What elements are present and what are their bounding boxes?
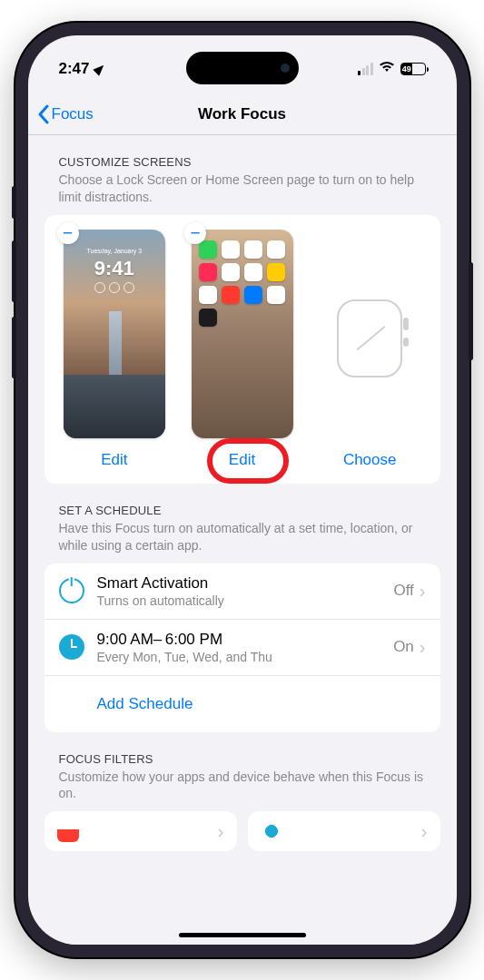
time-sub: Every Mon, Tue, Wed, and Thu	[97, 650, 394, 664]
chevron-right-icon: ›	[420, 581, 426, 602]
nav-bar: Focus Work Focus	[28, 93, 457, 135]
chevron-right-icon: ›	[218, 821, 224, 842]
volume-up-button	[12, 240, 16, 302]
time-value: On	[393, 638, 414, 656]
watch-preview	[324, 293, 415, 384]
filters-sub: Customize how your apps and device behav…	[59, 769, 426, 803]
back-button[interactable]: Focus	[37, 104, 94, 124]
lock-screen-item[interactable]: − Tuesday, January 3 9:41 Edit	[55, 230, 174, 469]
remove-lock-button[interactable]: −	[57, 222, 79, 244]
schedule-sub: Have this Focus turn on automatically at…	[59, 520, 426, 554]
filters-header: Focus Filters	[59, 752, 426, 766]
customize-sub: Choose a Lock Screen or Home Screen page…	[59, 172, 426, 206]
calendar-icon	[57, 820, 79, 842]
safari-icon	[261, 820, 282, 842]
silent-switch	[12, 186, 16, 219]
app-grid	[199, 240, 286, 327]
page-title: Work Focus	[198, 105, 286, 123]
smart-activation-row[interactable]: Smart Activation Turns on automatically …	[44, 564, 440, 620]
filter-card-calendar[interactable]: ›	[44, 811, 237, 851]
edit-home-button[interactable]: Edit	[229, 451, 255, 469]
screens-card: − Tuesday, January 3 9:41 Edit −	[44, 215, 440, 484]
smart-value: Off	[393, 582, 413, 600]
choose-watch-button[interactable]: Choose	[343, 451, 397, 469]
filters-row: › ›	[44, 811, 440, 851]
phone-frame: 2:47 49 Focus Work Focus Customize Scree…	[15, 23, 469, 957]
schedule-card: Smart Activation Turns on automatically …	[44, 564, 440, 732]
location-icon	[93, 62, 106, 75]
smart-sub: Turns on automatically	[97, 593, 394, 608]
chevron-right-icon: ›	[421, 821, 428, 842]
remove-home-button[interactable]: −	[184, 222, 206, 244]
smart-title: Smart Activation	[97, 574, 394, 593]
home-screen-item[interactable]: − Edit	[183, 230, 301, 469]
skyline-graphic	[64, 375, 165, 438]
home-indicator[interactable]	[179, 933, 306, 937]
edit-lock-button[interactable]: Edit	[101, 451, 127, 469]
watch-icon	[337, 299, 402, 377]
chevron-right-icon: ›	[420, 637, 426, 658]
customize-header: Customize Screens	[59, 155, 426, 169]
lock-widgets	[64, 282, 165, 293]
phone-screen: 2:47 49 Focus Work Focus Customize Scree…	[28, 35, 457, 945]
lock-screen-preview: Tuesday, January 3 9:41	[64, 230, 165, 438]
back-label: Focus	[52, 105, 94, 123]
time-title: 9:00 AM– 6:00 PM	[97, 631, 394, 649]
watch-item[interactable]: Choose	[311, 293, 430, 469]
side-button	[469, 262, 473, 360]
dynamic-island	[186, 52, 299, 84]
highlight-circle	[207, 438, 289, 484]
content[interactable]: Customize Screens Choose a Lock Screen o…	[28, 135, 457, 945]
lock-date: Tuesday, January 3	[64, 248, 165, 254]
status-time: 2:47	[59, 60, 90, 78]
add-schedule-row[interactable]: Add Schedule	[44, 676, 440, 732]
chevron-left-icon	[37, 104, 50, 124]
cellular-icon	[358, 63, 373, 75]
time-schedule-row[interactable]: 9:00 AM– 6:00 PM Every Mon, Tue, Wed, an…	[44, 620, 440, 676]
power-icon	[59, 578, 84, 603]
schedule-header: Set a Schedule	[59, 504, 426, 517]
clock-icon	[59, 634, 84, 660]
home-screen-preview	[192, 230, 293, 438]
add-schedule-link: Add Schedule	[97, 695, 193, 713]
battery-icon: 49	[400, 63, 426, 75]
volume-down-button	[12, 317, 16, 378]
filter-card-safari[interactable]: ›	[248, 811, 440, 851]
lock-time: 9:41	[64, 257, 165, 280]
wifi-icon	[379, 61, 395, 77]
